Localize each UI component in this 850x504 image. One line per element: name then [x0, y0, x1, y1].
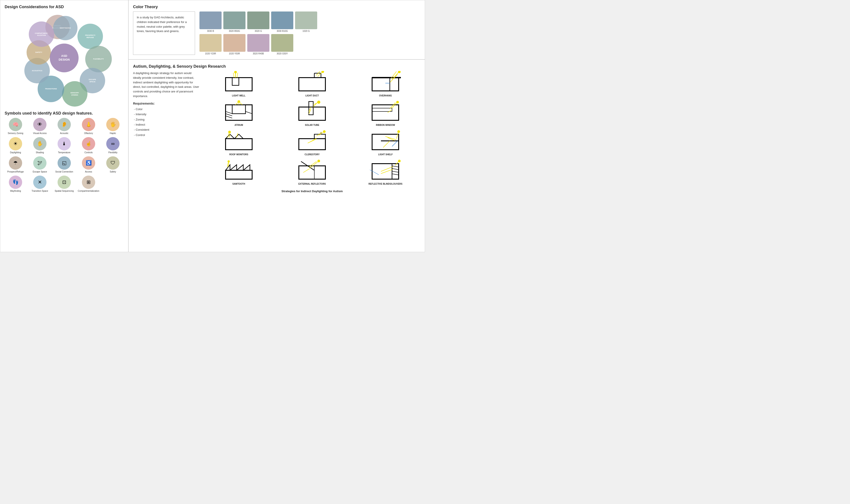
- svg-line-27: [226, 111, 232, 114]
- svg-rect-13: [372, 78, 399, 91]
- diagram-svg-reflective-blinds: [370, 159, 401, 181]
- symbol-circle-shading: ✋: [33, 137, 47, 150]
- diagram-svg-overhang: [370, 71, 401, 93]
- symbol-label-access: Access: [85, 170, 92, 173]
- svg-line-87: [381, 166, 393, 172]
- req-consistent: - Consistent: [134, 127, 200, 132]
- swatch-box-3020g: [247, 12, 270, 29]
- svg-line-42: [390, 103, 395, 109]
- daylight-description: A daylighting design strategy for autism…: [133, 71, 200, 98]
- svg-line-88: [381, 169, 393, 174]
- diagram-clerestory: CLERESTORY: [277, 130, 347, 156]
- swatch-box-3030b: [200, 12, 222, 29]
- swatch-1020y50r: 1020 Y50R: [223, 34, 245, 55]
- diagram-label-atrium: ATRIUM: [235, 124, 243, 126]
- svg-line-78: [303, 168, 310, 173]
- symbol-label-compartmentalization: Compartmentalization: [78, 190, 99, 192]
- symbol-label-shading: Shading: [36, 151, 44, 154]
- svg-point-75: [317, 160, 320, 162]
- diagram-external-reflectors: EXTERNAL REFLECTORS: [277, 159, 347, 185]
- left-panel: Design Considerations for ASD SPATIALSEQ…: [0, 0, 128, 252]
- svg-rect-68: [226, 170, 252, 179]
- symbols-grid: 🧠 Sensory Zoning 👁 Visual Access 👂 Acous…: [5, 118, 124, 192]
- svg-marker-46: [235, 134, 243, 139]
- svg-rect-31: [299, 107, 325, 120]
- swatch-label-3020b50g: 3020 B50G: [229, 30, 240, 32]
- svg-line-58: [308, 139, 316, 143]
- svg-line-4: [237, 73, 238, 78]
- swatch-label-1020y50r: 1020 Y50R: [229, 52, 240, 55]
- diagram-reflective-blinds: REFLECTIVE BLINDS/LOUVERS: [351, 159, 420, 185]
- swatch-box-1020g: [295, 12, 317, 29]
- swatch-box-3020r40b: [247, 34, 270, 52]
- diagram-label-sawtooth: SAWTOOTH: [232, 183, 245, 185]
- symbol-shading: ✋ Shading: [29, 137, 51, 154]
- symbol-prospect-refuge: ☂ Prospect/Refuge: [5, 156, 27, 173]
- swatch-box-3030b10g: [271, 12, 293, 29]
- color-theory-description: In a study by GAO Architects, autistic c…: [133, 12, 195, 55]
- swatch-3020b50g: 3020 B50G: [223, 12, 245, 32]
- svg-line-67: [392, 141, 398, 146]
- swatch-3020g50y: 3020 G50Y: [271, 34, 293, 55]
- requirements: Requirements: - Color - Intensity - Zoni…: [133, 102, 200, 138]
- daylight-title: Autism, Daylighting, & Sensory Design Re…: [133, 64, 420, 69]
- diagram-label-clerestory: CLERESTORY: [305, 153, 319, 156]
- svg-line-83: [392, 171, 399, 172]
- symbol-label-transition-space: Transition Space: [32, 190, 48, 192]
- svg-rect-1: [232, 78, 239, 85]
- daylight-section: Autism, Daylighting, & Sensory Design Re…: [128, 60, 425, 252]
- svg-line-3: [233, 73, 234, 78]
- color-theory-section: Color Theory In a study by GAO Architect…: [128, 0, 425, 60]
- symbol-label-social-connection: Social Connection: [55, 170, 73, 173]
- symbol-circle-escape-space: 🕊: [33, 156, 47, 169]
- swatch-label-3030b: 3030 B: [207, 30, 214, 32]
- svg-point-85: [398, 160, 401, 162]
- symbol-temperature: 🌡 Temperature: [53, 137, 75, 154]
- svg-rect-39: [372, 108, 392, 111]
- svg-point-12: [322, 71, 324, 73]
- svg-rect-44: [226, 139, 252, 150]
- diagram-label-reflective-blinds: REFLECTIVE BLINDS/LOUVERS: [368, 183, 402, 185]
- symbol-visual-access: 👁 Visual Access: [29, 118, 51, 134]
- swatch-3020g: 3020 G: [247, 12, 270, 32]
- svg-rect-22: [232, 105, 245, 114]
- swatch-3030b: 3030 B: [200, 12, 222, 32]
- symbol-label-haptic: Haptic: [110, 132, 116, 134]
- symbol-haptic: 🖐 Haptic: [102, 118, 124, 134]
- symbol-social-connection: ◱ Social Connection: [53, 156, 75, 173]
- circle-prospect: PROSPECT/REFUGE: [77, 24, 103, 49]
- symbol-acoustic: 👂 Acoustic: [53, 118, 75, 134]
- daylight-content: A daylighting design strategy for autism…: [133, 71, 420, 193]
- diagram-svg-light-well: [223, 71, 254, 93]
- svg-line-76: [310, 162, 318, 168]
- req-indirect: - Indirect: [134, 122, 200, 127]
- swatch-1020g: 1020 G: [295, 12, 317, 32]
- symbol-label-safety: Safety: [110, 170, 116, 173]
- symbol-circle-sensory-zoning: 🧠: [9, 118, 22, 131]
- symbol-circle-haptic: 🖐: [106, 118, 120, 131]
- circle-sensory: SENSORYZONING: [62, 81, 87, 107]
- requirements-list: - Color - Intensity - Zoning - Indirect …: [133, 107, 200, 138]
- symbol-circle-temperature: 🌡: [57, 137, 71, 150]
- svg-line-89: [370, 170, 379, 175]
- symbol-label-prospect-refuge: Prospect/Refuge: [7, 170, 24, 173]
- svg-point-54: [323, 130, 326, 133]
- symbol-label-olfactory: Olfactory: [84, 132, 93, 134]
- symbol-sensory-zoning: 🧠 Sensory Zoning: [5, 118, 27, 134]
- svg-point-71: [228, 160, 230, 163]
- symbol-circle-access: ♿: [82, 156, 95, 169]
- circle-center: ASDDESIGN: [50, 43, 79, 72]
- diagram-atrium: ATRIUM: [204, 101, 274, 126]
- svg-line-28: [226, 114, 232, 116]
- swatch-box-1020y20r: [200, 34, 222, 52]
- diagram-label-light-well: LIGHT WELL: [232, 94, 245, 97]
- diagram-label-overhang: OVERHANG: [379, 94, 392, 97]
- req-zoning: - Zoning: [134, 117, 200, 122]
- swatch-label-1020g: 1020 G: [302, 30, 310, 32]
- symbol-label-daylighting: Daylighting: [10, 151, 21, 154]
- svg-line-66: [383, 141, 390, 147]
- symbols-section: Symbols used to identify ASD design feat…: [5, 111, 124, 192]
- svg-point-5: [234, 71, 237, 73]
- circle-wayfinding: WAYFINDING: [53, 16, 77, 40]
- swatch-box-3020g50y: [271, 34, 293, 52]
